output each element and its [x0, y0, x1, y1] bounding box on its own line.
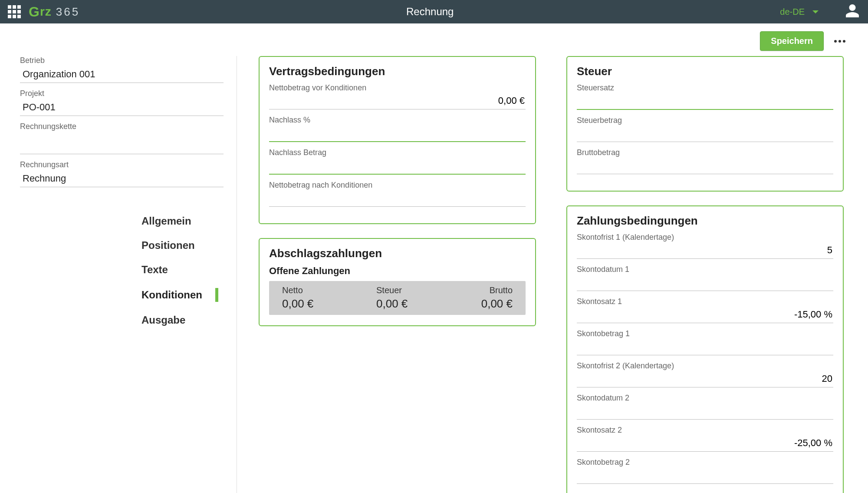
field-label: Skontofrist 2 (Kalendertage) — [577, 361, 833, 371]
save-button[interactable]: Speichern — [760, 31, 824, 51]
nav-label: Texte — [141, 264, 168, 276]
field-label: Steuerbetrag — [577, 116, 833, 125]
payments-table: Netto 0,00 € Steuer 0,00 € Brutto 0,00 € — [269, 281, 526, 315]
field-label: Nachlass % — [269, 116, 526, 125]
kette-field[interactable] — [20, 133, 224, 154]
field-label: Skontosatz 2 — [577, 426, 833, 435]
bruttobetrag-field[interactable] — [577, 159, 833, 174]
field-label: Skontofrist 1 (Kalendertage) — [577, 233, 833, 242]
vertragsbedingungen-card: Vertragsbedingungen Nettobetrag vor Kond… — [259, 56, 536, 224]
card-title: Vertragsbedingungen — [269, 65, 526, 78]
logo-rz: rz — [40, 5, 52, 19]
netto-vor-field[interactable] — [269, 94, 526, 109]
nav-label: Allgemein — [141, 215, 191, 227]
zahlungsbedingungen-card: Zahlungsbedingungen Skontofrist 1 (Kalen… — [566, 205, 844, 493]
user-icon[interactable] — [845, 3, 860, 20]
skontofrist2-field[interactable] — [577, 372, 833, 387]
card-title: Abschlagszahlungen — [269, 247, 526, 260]
content-area: Vertragsbedingungen Nettobetrag vor Kond… — [237, 56, 848, 493]
nav-positionen[interactable]: Positionen — [141, 233, 224, 258]
art-field[interactable] — [20, 171, 224, 187]
skontodatum1-field[interactable] — [577, 276, 833, 291]
projekt-field[interactable] — [20, 100, 224, 116]
field-label: Nettobetrag vor Konditionen — [269, 83, 526, 93]
page-title: Rechnung — [80, 6, 780, 18]
section-nav: Allgemein Positionen Texte Konditionen A… — [20, 209, 224, 332]
card-subtitle: Offene Zahlungen — [269, 265, 526, 277]
col-label: Steuer — [376, 285, 436, 295]
language-value: de-DE — [780, 7, 805, 17]
col-value: 0,00 € — [436, 297, 513, 311]
col-value: 0,00 € — [376, 297, 436, 311]
nav-ausgabe[interactable]: Ausgabe — [141, 308, 224, 332]
projekt-label: Projekt — [20, 89, 224, 98]
logo[interactable]: G rz 365 — [29, 4, 80, 20]
nachlass-betrag-field[interactable] — [269, 159, 526, 175]
field-label: Skontodatum 1 — [577, 265, 833, 274]
skontobetrag2-field[interactable] — [577, 469, 833, 484]
skontobetrag1-field[interactable] — [577, 340, 833, 355]
col-label: Brutto — [436, 285, 513, 295]
steuersatz-field[interactable] — [577, 94, 833, 110]
nav-konditionen[interactable]: Konditionen — [141, 282, 224, 308]
apps-icon[interactable] — [8, 5, 21, 18]
nav-texte[interactable]: Texte — [141, 258, 224, 282]
skontosatz1-field[interactable] — [577, 308, 833, 323]
action-bar: Speichern — [0, 23, 868, 56]
field-label: Skontobetrag 2 — [577, 458, 833, 467]
top-bar: G rz 365 Rechnung de-DE — [0, 0, 868, 23]
card-title: Zahlungsbedingungen — [577, 214, 833, 228]
field-label: Skontosatz 1 — [577, 297, 833, 306]
betrieb-field[interactable] — [20, 67, 224, 83]
skontosatz2-field[interactable] — [577, 437, 833, 452]
left-panel: Betrieb Projekt Rechnungskette Rechnungs… — [20, 56, 237, 493]
field-label: Nettobetrag nach Konditionen — [269, 181, 526, 190]
more-icon[interactable] — [832, 37, 848, 45]
skontodatum2-field[interactable] — [577, 404, 833, 420]
netto-nach-field[interactable] — [269, 192, 526, 207]
art-label: Rechnungsart — [20, 160, 224, 169]
col-value: 0,00 € — [282, 297, 359, 311]
nav-label: Ausgabe — [141, 314, 185, 326]
betrieb-label: Betrieb — [20, 56, 224, 65]
field-label: Skontobetrag 1 — [577, 329, 833, 338]
nav-label: Positionen — [141, 239, 195, 251]
steuer-card: Steuer Steuersatz Steuerbetrag Bruttobet… — [566, 56, 844, 192]
field-label: Skontodatum 2 — [577, 394, 833, 403]
nav-allgemein[interactable]: Allgemein — [141, 209, 224, 233]
abschlagszahlungen-card: Abschlagszahlungen Offene Zahlungen Nett… — [259, 238, 536, 326]
logo-365: 365 — [56, 5, 80, 19]
nachlass-prozent-field[interactable] — [269, 126, 526, 142]
skontofrist1-field[interactable] — [577, 244, 833, 259]
field-label: Nachlass Betrag — [269, 148, 526, 157]
language-select[interactable]: de-DE — [780, 7, 832, 17]
field-label: Steuersatz — [577, 83, 833, 93]
logo-g: G — [29, 4, 39, 20]
nav-label: Konditionen — [141, 289, 202, 301]
card-title: Steuer — [577, 65, 833, 78]
field-label: Bruttobetrag — [577, 148, 833, 157]
steuerbetrag-field[interactable] — [577, 127, 833, 142]
kette-label: Rechnungskette — [20, 122, 224, 131]
chevron-down-icon — [812, 10, 819, 13]
col-label: Netto — [282, 285, 359, 295]
